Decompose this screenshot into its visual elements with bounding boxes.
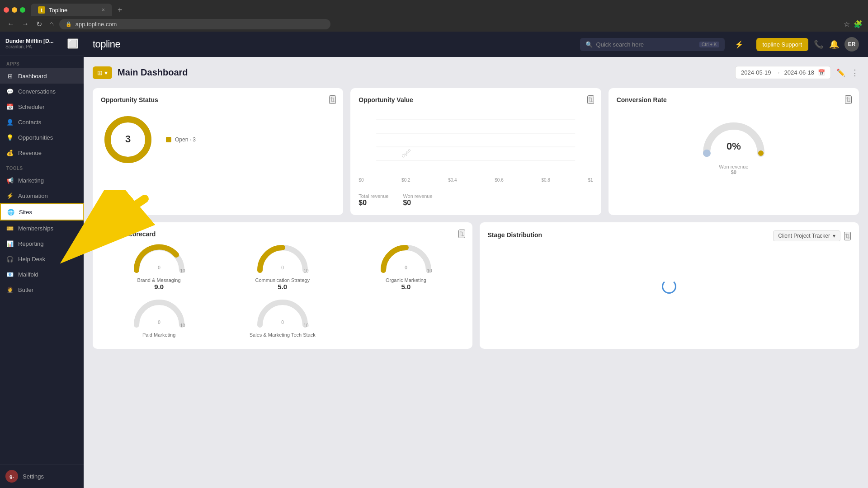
opportunity-value-filter-button[interactable]: ⇅ — [587, 95, 594, 104]
dashboard-header: ⊞ ▾ Main Dashboard 2024-05-19 → 2024-06-… — [93, 66, 859, 79]
org-sub: Scranton, PA — [5, 44, 54, 49]
sidebar-item-scheduler[interactable]: 📅 Scheduler — [0, 99, 84, 114]
bookmark-button[interactable]: ☆ — [844, 20, 850, 28]
bar-label-5: $1 — [588, 178, 593, 183]
pipeline-selector[interactable]: Client Project Tracker ▾ — [773, 230, 840, 241]
sidebar-item-label-marketing: Marketing — [18, 177, 44, 184]
search-placeholder: Quick search here — [596, 41, 644, 48]
bar-chart-area: Open $0 $0.2 $0.4 $0.6 $0.8 $1 — [359, 105, 593, 188]
sidebar-item-sites[interactable]: 🌐 Sites — [0, 203, 84, 221]
conversion-gauge-container: 0% Won revenue $0 — [617, 105, 851, 182]
won-revenue-label: Won revenue — [403, 193, 432, 199]
sidebar-item-butler[interactable]: 🤵 Butler — [0, 282, 84, 297]
address-bar[interactable]: 🔒 app.topline.com — [59, 19, 330, 29]
scorecard-item-1: 0 10 Communication Strategy 5.0 — [224, 243, 340, 291]
browser-chrome: t Topline × + ← → ↻ ⌂ 🔒 app.topline.com … — [0, 0, 868, 32]
opportunity-status-filter-button[interactable]: ⇅ — [329, 95, 336, 104]
bar-label-2: $0.4 — [448, 178, 457, 183]
traffic-light-yellow[interactable] — [12, 7, 17, 13]
sidebar-item-label-revenue: Revenue — [18, 150, 42, 156]
won-revenue-value: $0 — [403, 199, 432, 207]
search-shortcut: Ctrl + K — [699, 42, 719, 47]
gauge-label-0: Brand & Messaging — [137, 277, 181, 283]
legend-label-open: Open · 3 — [175, 136, 196, 143]
support-button[interactable]: topline Support — [756, 38, 808, 51]
scorecard-item-0: 0 10 Brand & Messaging 9.0 — [101, 243, 217, 291]
sidebar-item-automation[interactable]: ⚡ Automation — [0, 188, 84, 203]
search-bar[interactable]: 🔍 Quick search here Ctrl + K — [580, 38, 725, 51]
home-button[interactable]: ⌂ — [47, 18, 56, 30]
search-icon: 🔍 — [585, 41, 593, 48]
svg-text:10: 10 — [180, 268, 185, 273]
phone-button[interactable]: 📞 — [814, 39, 824, 49]
traffic-light-green[interactable] — [20, 7, 25, 13]
sidebar-item-label-butler: Butler — [18, 286, 33, 293]
scorecard-item-4: 0 10 Sales & Marketing Tech Stack — [224, 298, 340, 338]
scheduler-icon: 📅 — [6, 103, 14, 110]
reload-button[interactable]: ↻ — [34, 18, 44, 30]
topbar-actions: topline Support 📞 🔔 ER — [756, 37, 859, 52]
chart-stats: Total revenue $0 Won revenue $0 — [359, 193, 593, 207]
extensions-button[interactable]: 🧩 — [854, 20, 863, 28]
new-tab-button[interactable]: + — [114, 4, 126, 17]
conversion-rate-filter-button[interactable]: ⇅ — [845, 95, 852, 104]
stage-distribution-title: Stage Distribution — [488, 231, 542, 239]
sidebar-item-contacts[interactable]: 👤 Contacts — [0, 114, 84, 130]
gauge-label-3: Paid Marketing — [142, 332, 175, 338]
back-button[interactable]: ← — [5, 18, 16, 30]
stage-distribution-widget: Stage Distribution Client Project Tracke… — [480, 222, 859, 349]
sidebar-item-settings[interactable]: g. Settings — [5, 470, 78, 483]
dashboard-title-area: ⊞ ▾ Main Dashboard — [93, 66, 188, 79]
topbar: topline 🔍 Quick search here Ctrl + K ⚡ t… — [84, 32, 868, 57]
sidebar-item-helpdesk[interactable]: 🎧 Help Desk — [0, 251, 84, 267]
reporting-icon: 📊 — [6, 240, 14, 247]
notifications-button[interactable]: 🔔 — [829, 39, 839, 49]
org-info[interactable]: Dunder Mifflin [D... Scranton, PA — [5, 38, 54, 49]
stage-filter-button[interactable]: ⇅ — [844, 232, 851, 240]
tab-close-button[interactable]: × — [102, 7, 105, 13]
opportunity-status-widget: Opportunity Status ⇅ 3 Open · 3 — [93, 88, 343, 215]
sidebar-item-mailfold[interactable]: 📧 Mailfold — [0, 267, 84, 282]
svg-text:Open: Open — [401, 147, 412, 159]
traffic-light-red[interactable] — [4, 7, 9, 13]
edit-button[interactable]: ✏️ — [836, 68, 845, 77]
donut-chart-container: 3 Open · 3 — [101, 105, 335, 174]
sidebar-item-revenue[interactable]: 💰 Revenue — [0, 145, 84, 160]
total-revenue-label: Total revenue — [359, 193, 388, 199]
won-revenue-conversion-label: Won revenue $0 — [719, 164, 748, 175]
growth-scorecard-filter-button[interactable]: ⇅ — [458, 230, 465, 238]
more-options-button[interactable]: ⋮ — [851, 68, 859, 78]
sidebar-item-reporting[interactable]: 📊 Reporting — [0, 236, 84, 251]
browser-tab[interactable]: t Topline × — [31, 4, 112, 16]
scorecard-item-2: 0 10 Organic Marketing 5.0 — [348, 243, 464, 291]
conversion-rate-title: Conversion Rate — [617, 96, 851, 103]
bar-label-0: $0 — [359, 178, 363, 183]
app-container: Dunder Mifflin [D... Scranton, PA ⬜ Apps… — [0, 32, 868, 488]
gauge-2: 0 10 — [379, 243, 433, 275]
date-arrow-icon: → — [775, 69, 781, 76]
bar-label-3: $0.6 — [495, 178, 503, 183]
growth-scorecard-widget: Growth Scorecard ⇅ 0 10 Brand & Messagin… — [93, 222, 472, 349]
tab-favicon: t — [38, 6, 45, 14]
sidebar-item-label-dashboard: Dashboard — [18, 73, 47, 80]
svg-text:0: 0 — [158, 265, 160, 270]
sidebar-item-dashboard[interactable]: ⊞ Dashboard — [0, 68, 84, 84]
gauge-3: 0 10 — [132, 298, 186, 329]
widgets-row-1: Opportunity Status ⇅ 3 Open · 3 — [93, 88, 859, 215]
opportunity-value-title: Opportunity Value — [359, 96, 593, 103]
conversations-icon: 💬 — [6, 88, 14, 95]
conversion-rate-widget: Conversion Rate ⇅ 0% — [609, 88, 859, 215]
sidebar-item-label-memberships: Memberships — [18, 225, 53, 232]
forward-button[interactable]: → — [20, 18, 31, 30]
sidebar-item-conversations[interactable]: 💬 Conversations — [0, 84, 84, 99]
dashboard-view-button[interactable]: ⊞ ▾ — [93, 66, 112, 79]
memberships-icon: 🎫 — [6, 225, 14, 232]
helpdesk-icon: 🎧 — [6, 255, 14, 263]
sidebar-item-marketing[interactable]: 📢 Marketing — [0, 173, 84, 188]
tab-title: Topline — [49, 7, 67, 14]
sidebar-item-opportunities[interactable]: 💡 Opportunities — [0, 130, 84, 145]
date-range[interactable]: 2024-05-19 → 2024-06-18 📅 — [735, 66, 831, 79]
sidebar-toggle-button[interactable]: ⬜ — [67, 38, 78, 49]
user-avatar-topbar[interactable]: ER — [844, 37, 859, 52]
sidebar-item-memberships[interactable]: 🎫 Memberships — [0, 221, 84, 236]
